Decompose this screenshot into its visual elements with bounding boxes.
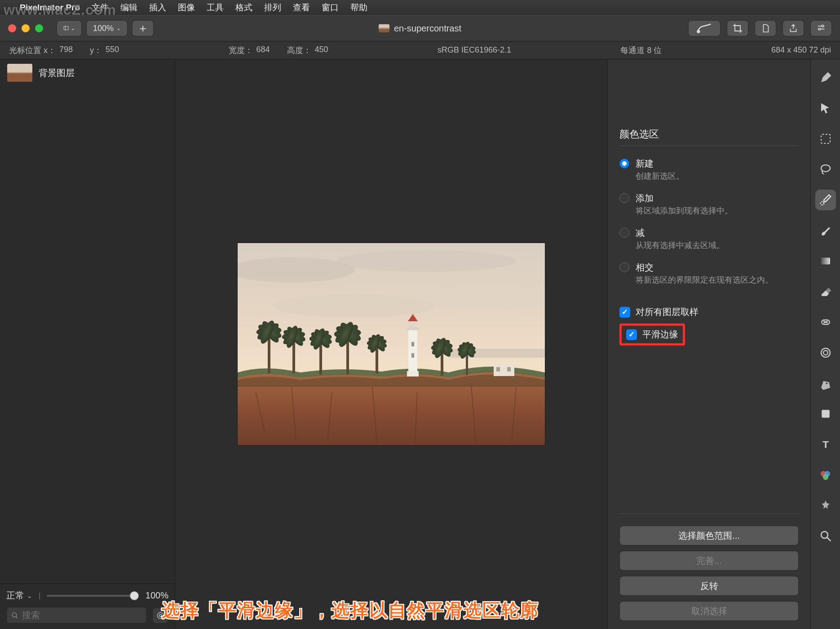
radio-icon (619, 228, 629, 238)
gradient-tool[interactable] (815, 251, 836, 271)
svg-rect-21 (407, 328, 419, 330)
layers-filter-button[interactable] (152, 607, 168, 624)
color-adjustments-button[interactable] (688, 20, 721, 36)
smooth-edges-checkbox[interactable]: ✓ 平滑边缘 (626, 328, 678, 341)
layer-search-input[interactable] (6, 607, 147, 624)
svg-rect-25 (496, 367, 500, 372)
svg-point-71 (820, 202, 824, 205)
svg-point-2 (697, 30, 700, 33)
mode-new[interactable]: 新建创建新选区。 (619, 156, 799, 183)
info-strip: 光标位置 x：798 y：550 宽度：684 高度：450 sRGB IEC6… (0, 41, 840, 59)
crop-button[interactable] (727, 20, 748, 36)
dims-dpi: 684 x 450 72 dpi (771, 45, 831, 55)
svg-point-76 (821, 348, 830, 357)
document-info-button[interactable] (755, 20, 776, 36)
fullscreen-window-button[interactable] (35, 24, 43, 32)
shape-tool[interactable] (815, 403, 836, 424)
menu-image[interactable]: 图像 (178, 2, 195, 13)
paint-tool[interactable] (815, 220, 836, 241)
menu-tools[interactable]: 工具 (207, 2, 224, 13)
type-tool[interactable]: T (815, 434, 836, 455)
svg-point-5 (822, 25, 823, 27)
document-image (238, 243, 545, 445)
canvas-area[interactable] (175, 59, 607, 629)
layer-row[interactable]: 背景图层 (0, 59, 175, 86)
sidebar-toggle-button[interactable]: ⌄ (57, 20, 82, 36)
color-select-tool[interactable] (815, 190, 836, 210)
share-button[interactable] (783, 20, 804, 36)
cursor-position: 光标位置 x：798 y：550 (9, 45, 119, 56)
zoom-dropdown[interactable]: 100%⌄ (86, 20, 128, 36)
menu-help[interactable]: 帮助 (350, 2, 367, 13)
check-icon: ✓ (626, 329, 637, 340)
svg-line-84 (827, 538, 831, 541)
svg-line-8 (16, 616, 17, 618)
menu-insert[interactable]: 插入 (149, 2, 166, 13)
settings-sliders-button[interactable] (810, 20, 832, 36)
close-window-button[interactable] (8, 24, 16, 32)
menu-arrange[interactable]: 排列 (264, 2, 281, 13)
search-icon (11, 611, 18, 620)
lasso-tool[interactable] (815, 159, 836, 180)
minimize-window-button[interactable] (22, 24, 30, 32)
mac-menubar: Pixelmator Pro 文件 编辑 插入 图像 工具 格式 排列 查看 窗… (0, 0, 840, 15)
add-button[interactable]: + (132, 20, 154, 36)
menu-view[interactable]: 查看 (293, 2, 310, 13)
warp-tool[interactable] (815, 342, 836, 363)
svg-point-10 (159, 614, 162, 616)
app-name[interactable]: Pixelmator Pro (20, 3, 80, 13)
menu-file[interactable]: 文件 (92, 2, 109, 13)
check-icon: ✓ (619, 307, 630, 318)
svg-rect-26 (507, 367, 511, 372)
menu-window[interactable]: 窗口 (322, 2, 339, 13)
svg-point-7 (12, 612, 17, 617)
svg-rect-69 (821, 134, 830, 143)
invert-button[interactable]: 反转 (619, 576, 799, 596)
mode-intersect[interactable]: 相交将新选区的界限限定在现有选区之内。 (619, 260, 799, 287)
window-toolbar: ⌄ 100%⌄ + en-supercontrast (0, 15, 840, 41)
style-tool[interactable] (815, 67, 836, 88)
svg-rect-72 (821, 258, 830, 265)
repair-tool[interactable] (815, 312, 836, 332)
pen-tool[interactable] (815, 373, 836, 394)
deselect-button[interactable]: 取消选择 (619, 601, 799, 621)
svg-point-83 (821, 532, 828, 538)
svg-text:T: T (822, 439, 829, 450)
color-picker-tool[interactable] (815, 465, 836, 485)
tool-strip: T (810, 59, 840, 629)
layers-panel: 背景图层 正常⌄ | 100% (0, 59, 175, 629)
svg-rect-22 (411, 342, 414, 346)
effects-tool[interactable] (815, 495, 836, 516)
svg-point-15 (274, 294, 435, 318)
mode-subtract[interactable]: 减从现有选择中减去区域。 (619, 225, 799, 252)
opacity-slider[interactable] (47, 595, 134, 597)
svg-rect-18 (407, 371, 419, 377)
menu-format[interactable]: 格式 (235, 2, 252, 13)
radio-icon (619, 193, 629, 203)
inspector-title: 颜色选区 (619, 128, 799, 146)
document-thumb-icon (379, 24, 389, 32)
inspector-panel: 颜色选区 新建创建新选区。 添加将区域添加到现有选择中。 减从现有选择中减去区域… (607, 59, 810, 629)
select-color-range-button[interactable]: 选择颜色范围... (619, 526, 799, 545)
sample-all-layers-checkbox[interactable]: ✓ 对所有图层取样 (619, 306, 799, 318)
erase-tool[interactable] (815, 281, 836, 302)
arrow-tool[interactable] (815, 98, 836, 119)
svg-point-9 (157, 612, 163, 618)
layer-thumb (7, 64, 32, 82)
document-title: en-supercontrast (379, 23, 461, 34)
marquee-tool[interactable] (815, 128, 836, 149)
traffic-lights (8, 24, 43, 32)
radio-icon (619, 262, 629, 272)
svg-rect-17 (408, 328, 417, 373)
refine-button[interactable]: 完善... (619, 551, 799, 571)
bit-depth: 每通道 8 位 (620, 45, 662, 56)
blend-mode-select[interactable]: 正常⌄ (6, 589, 32, 602)
svg-rect-78 (822, 410, 830, 418)
mode-add[interactable]: 添加将区域添加到现有选择中。 (619, 190, 799, 218)
zoom-tool[interactable] (815, 526, 836, 546)
menu-edit[interactable]: 编辑 (120, 2, 137, 13)
color-profile: sRGB IEC61966-2.1 (438, 45, 511, 55)
svg-point-6 (819, 28, 821, 30)
smooth-edges-highlight: ✓ 平滑边缘 (619, 323, 685, 346)
svg-rect-23 (411, 353, 414, 358)
